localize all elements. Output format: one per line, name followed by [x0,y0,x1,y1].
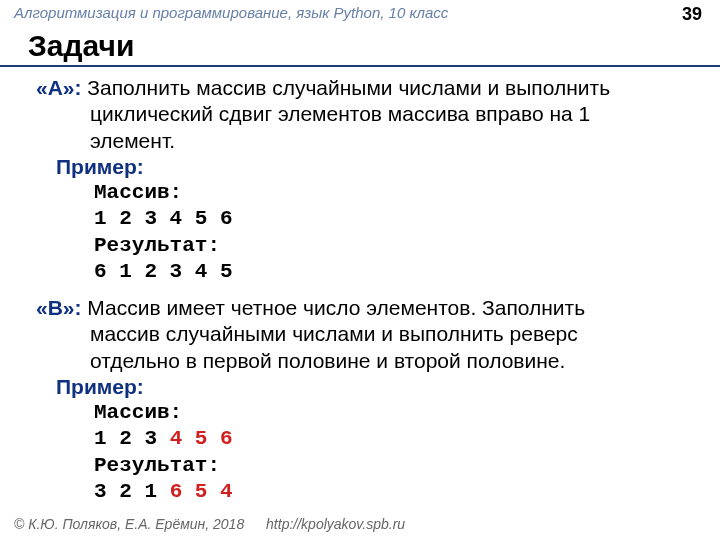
task-b-array-black: 1 2 3 [94,427,170,450]
task-a-label: «A»: [36,76,82,99]
task-b-result-label: Результат: [36,453,692,479]
task-a-desc-line1: Заполнить массив случайными числами и вы… [82,76,611,99]
task-b-array-label: Массив: [36,400,692,426]
page-title: Задачи [0,27,720,67]
task-b-result-red: 6 5 4 [170,480,233,503]
task-b-result-values: 3 2 1 6 5 4 [36,479,692,505]
task-b-array-values: 1 2 3 4 5 6 [36,426,692,452]
content: «A»: Заполнить массив случайными числами… [0,75,720,505]
task-a-example-label: Пример: [36,155,144,178]
task-b-label: «B»: [36,296,82,319]
task-a-desc-line2: циклический сдвиг элементов массива впра… [36,101,692,127]
task-b-example-label: Пример: [36,375,144,398]
task-b-desc-line2: массив случайными числами и выполнить ре… [36,321,692,347]
task-a-desc-line3: элемент. [36,128,692,154]
footer-url: http://kpolyakov.spb.ru [266,516,405,532]
footer-copyright: © К.Ю. Поляков, Е.А. Ерёмин, 2018 [14,516,244,532]
page-number: 39 [682,4,702,25]
task-b-desc-line1: Массив имеет четное число элементов. Зап… [82,296,586,319]
task-a-array-label: Массив: [36,180,692,206]
course-title: Алгоритмизация и программирование, язык … [14,4,448,21]
task-b-array-red: 4 5 6 [170,427,233,450]
task-b-desc-line3: отдельно в первой половине и второй поло… [36,348,692,374]
task-b: «B»: Массив имеет четное число элементов… [36,295,692,505]
task-a-array-values: 1 2 3 4 5 6 [36,206,692,232]
task-a-result-label: Результат: [36,233,692,259]
task-b-result-black: 3 2 1 [94,480,170,503]
header: Алгоритмизация и программирование, язык … [0,0,720,25]
task-a-result-values: 6 1 2 3 4 5 [36,259,692,285]
task-a: «A»: Заполнить массив случайными числами… [36,75,692,285]
footer: © К.Ю. Поляков, Е.А. Ерёмин, 2018 http:/… [14,516,405,532]
